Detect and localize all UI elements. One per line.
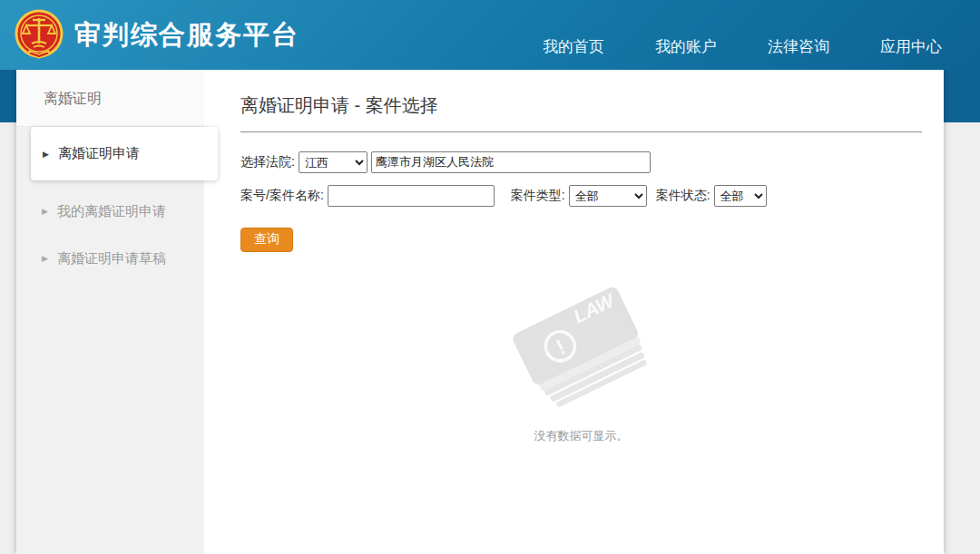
sidebar-title: 离婚证明 <box>16 70 204 127</box>
nav-my-home[interactable]: 我的首页 <box>543 36 604 57</box>
case-type-label: 案件类型: <box>511 188 565 204</box>
empty-message: 没有数据可显示。 <box>240 428 922 444</box>
sidebar-item-divorce-cert-apply[interactable]: ▶ 离婚证明申请 <box>31 127 218 180</box>
law-book-icon: LAW ! <box>495 283 668 419</box>
sidebar-item-label: 离婚证明申请草稿 <box>57 250 166 267</box>
arrow-right-icon: ▶ <box>43 150 49 159</box>
case-number-input[interactable] <box>328 185 495 207</box>
page-title: 离婚证明申请 - 案件选择 <box>240 93 922 131</box>
nav-legal-consult[interactable]: 法律咨询 <box>768 36 829 57</box>
case-status-select[interactable]: 全部 <box>714 185 767 207</box>
sidebar: 离婚证明 ▶ 离婚证明申请 ▶ 我的离婚证明申请 ▶ 离婚证明申请草稿 <box>16 70 204 554</box>
brand: 审判综合服务平台 <box>0 9 299 62</box>
arrow-right-icon: ▶ <box>42 207 48 216</box>
nav-app-center[interactable]: 应用中心 <box>880 36 942 57</box>
case-filter-row: 案号/案件名称: 案件类型: 全部 案件状态: 全部 <box>240 185 922 207</box>
nav-my-account[interactable]: 我的账户 <box>655 36 717 57</box>
content-card: 离婚证明 ▶ 离婚证明申请 ▶ 我的离婚证明申请 ▶ 离婚证明申请草稿 离婚证明… <box>16 70 944 554</box>
sidebar-item-label: 离婚证明申请 <box>58 145 140 162</box>
court-label: 选择法院: <box>240 154 295 170</box>
empty-state: LAW ! 没有数据可显示。 <box>240 283 922 444</box>
court-emblem-icon <box>15 9 64 62</box>
arrow-right-icon: ▶ <box>42 254 48 263</box>
main-panel: 离婚证明申请 - 案件选择 选择法院: 江西 案号/案件名称: 案件类型: 全部… <box>204 70 944 554</box>
case-number-label: 案号/案件名称: <box>240 188 324 204</box>
title-divider <box>240 131 922 132</box>
sidebar-item-divorce-cert-drafts[interactable]: ▶ 离婚证明申请草稿 <box>16 235 204 282</box>
search-button[interactable]: 查询 <box>240 228 293 252</box>
province-select[interactable]: 江西 <box>299 151 368 173</box>
case-status-label: 案件状态: <box>656 188 710 204</box>
sidebar-item-label: 我的离婚证明申请 <box>57 203 166 220</box>
app-title: 审判综合服务平台 <box>74 17 299 53</box>
top-nav: 我的首页 我的账户 法律咨询 应用中心 <box>543 13 980 57</box>
sidebar-item-my-divorce-cert-applications[interactable]: ▶ 我的离婚证明申请 <box>16 188 204 235</box>
case-type-select[interactable]: 全部 <box>569 185 647 207</box>
court-select-row: 选择法院: 江西 <box>240 151 922 173</box>
app-header: 审判综合服务平台 我的首页 我的账户 法律咨询 应用中心 <box>0 0 980 70</box>
court-name-input[interactable] <box>371 151 651 173</box>
